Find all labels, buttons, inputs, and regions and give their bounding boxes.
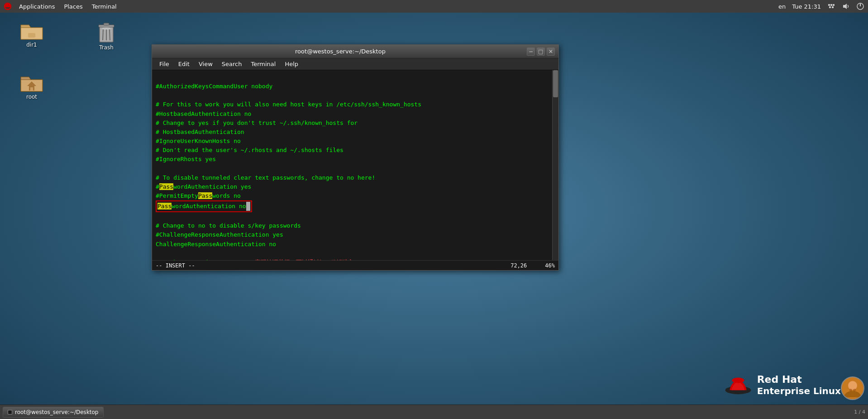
taskbar-terminal-item[interactable]: root@westos_serve:~/Desktop <box>3 407 104 418</box>
menu-help[interactable]: Help <box>280 60 303 68</box>
network-icon <box>827 2 835 10</box>
svg-rect-11 <box>28 33 35 38</box>
close-button[interactable]: ✕ <box>547 48 555 56</box>
svg-point-26 <box>849 389 852 391</box>
terminal-content[interactable]: #AuthorizedKeysCommandUser nobody # For … <box>152 70 558 260</box>
desktop-icon-trash[interactable]: Trash <box>88 20 124 51</box>
taskbar: root@westos_serve:~/Desktop 1 / 4 <box>0 405 868 419</box>
menu-search[interactable]: Search <box>217 60 247 68</box>
svg-rect-14 <box>104 23 109 25</box>
menu-edit[interactable]: Edit <box>174 60 194 68</box>
terminal-statusbar: -- INSERT -- 72,26 46% <box>152 260 558 270</box>
redhat-line2: Enterprise Linux <box>757 386 841 396</box>
terminal-titlebar: root@westos_serve:~/Desktop − □ ✕ <box>152 45 558 58</box>
redhat-hat-icon <box>725 371 752 399</box>
menu-file[interactable]: File <box>155 60 174 68</box>
places-menu[interactable]: Places <box>59 2 87 11</box>
root-label: root <box>25 93 38 100</box>
terminal-menubar: File Edit View Search Terminal Help <box>152 58 558 70</box>
top-menubar: Applications Places Terminal en Tue 21:3… <box>0 0 868 13</box>
desktop-icon-dir1[interactable]: dir1 <box>14 20 50 48</box>
svg-point-2 <box>6 5 10 7</box>
clock: Tue 21:31 <box>792 3 821 10</box>
trash-icon <box>97 20 116 44</box>
svg-line-17 <box>110 29 110 40</box>
user-avatar[interactable] <box>841 376 864 400</box>
terminal-scrollbar[interactable] <box>552 70 558 260</box>
folder-icon <box>20 20 43 41</box>
active-line: PasswordAuthentication no <box>156 200 252 212</box>
cursor-position: 72,26 <box>510 262 527 269</box>
svg-rect-6 <box>829 6 831 8</box>
dir1-label: dir1 <box>25 41 38 48</box>
redhat-text: Red Hat Enterprise Linux <box>757 374 841 396</box>
svg-point-25 <box>848 381 857 390</box>
workspace-indicator: 1 / 4 <box>854 409 865 415</box>
svg-rect-5 <box>833 4 835 6</box>
power-icon[interactable] <box>856 2 864 10</box>
taskbar-item-label: root@westos_serve:~/Desktop <box>15 409 99 415</box>
home-folder-icon <box>20 72 43 93</box>
svg-point-23 <box>732 378 744 383</box>
avatar-icon <box>842 377 863 399</box>
volume-icon <box>842 2 850 10</box>
svg-rect-7 <box>832 6 834 8</box>
applications-menu[interactable]: Applications <box>14 2 59 11</box>
svg-rect-4 <box>830 4 832 6</box>
redhat-line1: Red Hat <box>757 374 841 386</box>
terminal-menu[interactable]: Terminal <box>87 2 121 11</box>
redhat-branding: Red Hat Enterprise Linux <box>725 371 841 399</box>
vim-mode: -- INSERT -- <box>156 262 510 269</box>
svg-point-27 <box>853 389 856 391</box>
scroll-percent: 46% <box>545 262 555 269</box>
desktop-icon-root[interactable]: root <box>14 72 50 100</box>
terminal-window: root@westos_serve:~/Desktop − □ ✕ File E… <box>152 44 559 271</box>
svg-point-18 <box>102 27 111 30</box>
taskbar-item-icon <box>8 410 12 414</box>
terminal-text-area: #AuthorizedKeysCommandUser nobody # For … <box>156 73 555 260</box>
terminal-title-text: root@westos_serve:~/Desktop <box>156 48 525 55</box>
svg-rect-3 <box>828 4 830 6</box>
svg-rect-21 <box>30 87 33 90</box>
redhat-logo-icon <box>4 2 12 10</box>
annotation-text: 密码认证关闭，可以通过key秘钥进入 <box>219 259 354 260</box>
minimize-button[interactable]: − <box>527 48 535 56</box>
top-menu-right: en Tue 21:31 <box>778 2 864 10</box>
menu-view[interactable]: View <box>194 60 217 68</box>
svg-marker-8 <box>843 4 847 9</box>
menu-terminal[interactable]: Terminal <box>246 60 280 68</box>
maximize-button[interactable]: □ <box>537 48 545 56</box>
language-indicator: en <box>778 3 786 10</box>
scrollbar-thumb[interactable] <box>553 70 558 97</box>
svg-line-15 <box>103 29 103 40</box>
trash-label: Trash <box>98 44 115 51</box>
